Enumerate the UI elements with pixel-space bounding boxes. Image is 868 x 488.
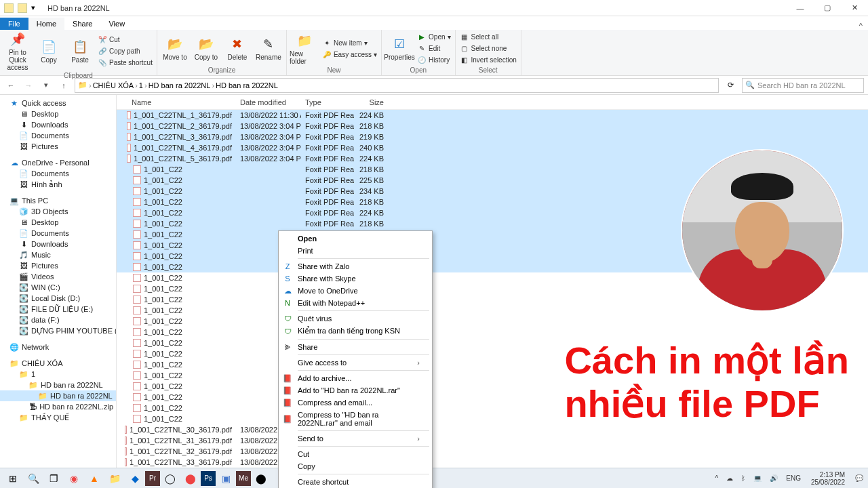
tab-view[interactable]: View [100,18,133,30]
nav-pc-desktop[interactable]: 🖥Desktop [0,217,116,228]
ctx-edit-notepad[interactable]: NEdit with Notepad++ [279,297,432,309]
minimize-button[interactable]: — [787,0,814,16]
taskbar-app[interactable]: ◉ [64,469,84,488]
chevron-down-icon[interactable]: ▾ [31,3,35,12]
nav-hd2[interactable]: 📁HD ban ra 2022NL [0,390,116,401]
ctx-send-to[interactable]: Send to› [279,432,432,445]
tray-language[interactable]: ENG [784,474,803,482]
file-row[interactable]: 1_001_C22TNL_32_36179.pdf13/08/2022 2:59… [117,446,868,457]
breadcrumb[interactable]: 📁› CHIÊU XÓA› 1› HD ban ra 2022NL› HD ba… [75,78,719,93]
nav-chieu-xoa[interactable]: 📁CHIÊU XÓA [0,358,116,369]
file-row[interactable]: 1_001_C22Foxit PDF Reader ...218 KB [117,316,868,327]
nav-pc-downloads[interactable]: ⬇Downloads [0,239,116,249]
up-button[interactable]: ↑ [57,79,71,92]
nav-pictures[interactable]: 🖼Pictures [0,141,116,152]
ctx-scan-virus[interactable]: 🛡Quét virus [279,312,432,325]
taskbar-obs[interactable]: ⬤ [251,469,271,488]
taskbar-app[interactable]: Me [236,471,251,486]
tray-network-icon[interactable]: 💻 [751,474,764,482]
ctx-ksn[interactable]: 🛡Kiểm tra danh tiếng trong KSN [279,325,432,338]
start-button[interactable]: ⊞ [3,469,23,488]
nav-hd1[interactable]: 📁HD ban ra 2022NL [0,380,116,390]
file-row[interactable]: 1_001_C22TNL_3_36179.pdf13/08/2022 3:04 … [117,131,868,142]
ctx-open[interactable]: Open [279,232,432,245]
nav-drive-e[interactable]: 💽FILE DỮ LIỆU (E:) [0,304,116,314]
paste-shortcut-button[interactable]: 📎Paste shortcut [96,58,154,68]
rename-button[interactable]: ✎Rename [254,31,283,66]
close-button[interactable]: ✕ [841,0,868,16]
nav-documents[interactable]: 📄Documents [0,130,116,141]
nav-pc-music[interactable]: 🎵Music [0,249,116,260]
taskbar-app[interactable]: ▣ [216,469,236,488]
move-to-button[interactable]: 📂Move to [160,31,190,66]
nav-folder-1[interactable]: 📁1 [0,369,116,380]
ctx-copy[interactable]: Copy [279,460,432,472]
back-button[interactable]: ← [4,79,18,92]
nav-drive-d[interactable]: 💽Local Disk (D:) [0,293,116,304]
nav-hd-zip[interactable]: 🗜HD ban ra 2022NL.zip [0,401,116,412]
ctx-share-zalo[interactable]: ZShare with Zalo [279,260,432,272]
copy-button[interactable]: 📄Copy [34,31,64,71]
tray-chevron-icon[interactable]: ^ [713,474,721,482]
taskbar-chrome[interactable]: ◯ [160,469,180,488]
search-icon[interactable]: 🔍 [23,469,43,488]
file-row[interactable]: 1_001_C22TNL_1_36179.pdf13/08/2022 11:30… [117,110,868,121]
tray-volume-icon[interactable]: 🔊 [768,474,780,482]
new-folder-button[interactable]: 📁New folder [290,31,319,66]
ctx-share[interactable]: ⫸Share [279,341,432,353]
column-date[interactable]: Date modified [236,98,301,106]
ctx-share-skype[interactable]: SShare with Skype [279,272,432,285]
ctx-print[interactable]: Print [279,245,432,257]
taskbar-app[interactable]: Ps [201,471,216,486]
taskbar-app[interactable]: ⬤ [180,469,201,488]
delete-button[interactable]: ✖Delete [222,31,252,66]
nav-drive-c[interactable]: 💽WIN (C:) [0,282,116,293]
nav-this-pc[interactable]: 💻This PC [0,195,116,206]
search-input[interactable]: 🔍 Search HD ban ra 2022NL [742,78,864,93]
nav-drive-g[interactable]: 💽DỰNG PHIM YOUTUBE (G:) [0,325,116,336]
file-row[interactable]: 1_001_C22TNL_33_36179.pdf13/08/2022 2:59… [117,457,868,468]
taskbar-explorer[interactable]: 📁 [104,469,125,488]
tray-onedrive-icon[interactable]: ☁ [724,474,735,482]
tray-notifications-icon[interactable]: 💬 [853,474,865,482]
recent-button[interactable]: ▾ [39,79,53,92]
copy-to-button[interactable]: 📂Copy to [191,31,221,66]
nav-onedrive[interactable]: ☁OneDrive - Personal [0,157,116,168]
tab-share[interactable]: Share [64,18,100,30]
copy-path-button[interactable]: 🔗Copy path [96,46,154,57]
file-row[interactable]: 1_001_C22TNL_2_36179.pdf13/08/2022 3:04 … [117,121,868,131]
column-size[interactable]: Size [354,98,388,106]
invert-selection-button[interactable]: ◧Invert selection [458,55,518,66]
ctx-give-access[interactable]: Give access to› [279,357,432,369]
paste-button[interactable]: 📋Paste [65,31,95,71]
history-button[interactable]: 🕘History [416,55,452,66]
tray-bluetooth-icon[interactable]: ᛒ [739,474,747,482]
nav-od-documents[interactable]: 📄Documents [0,168,116,179]
new-item-button[interactable]: ✦New item ▾ [321,37,378,48]
select-all-button[interactable]: ▦Select all [458,32,518,43]
tab-file[interactable]: File [0,18,28,30]
ctx-compress-rar-email[interactable]: 📕Compress to "HD ban ra 2022NL.rar" and … [279,409,432,429]
ctx-create-shortcut[interactable]: Create shortcut [279,476,432,488]
forward-button[interactable]: → [22,79,35,92]
qat-icon[interactable] [18,3,27,13]
file-row[interactable]: 1_001_C22Foxit PDF Reader ...218 KB [117,327,868,338]
nav-pc-videos[interactable]: 🎬Videos [0,271,116,282]
task-view-icon[interactable]: ❐ [43,469,64,488]
ctx-add-rar[interactable]: 📕Add to "HD ban ra 2022NL.rar" [279,384,432,396]
select-none-button[interactable]: ▢Select none [458,43,518,54]
nav-pc-documents[interactable]: 📄Documents [0,228,116,239]
tab-home[interactable]: Home [28,18,64,30]
pin-quick-access-button[interactable]: 📌Pin to Quick access [3,31,33,71]
nav-downloads[interactable]: ⬇Downloads [0,119,116,130]
ctx-cut[interactable]: Cut [279,448,432,460]
nav-quick-access[interactable]: ★Quick access [0,98,116,108]
nav-3d-objects[interactable]: 🧊3D Objects [0,206,116,217]
ctx-move-onedrive[interactable]: ☁Move to OneDrive [279,285,432,297]
nav-od-images[interactable]: 🖼Hình ảnh [0,179,116,190]
column-name[interactable]: Name [117,98,236,106]
maximize-button[interactable]: ▢ [814,0,841,16]
nav-thay-que[interactable]: 📁THẦY QUẾ [0,412,116,423]
ctx-compress-email[interactable]: 📕Compress and email... [279,396,432,409]
ribbon-collapse-icon[interactable]: ^ [854,22,868,30]
